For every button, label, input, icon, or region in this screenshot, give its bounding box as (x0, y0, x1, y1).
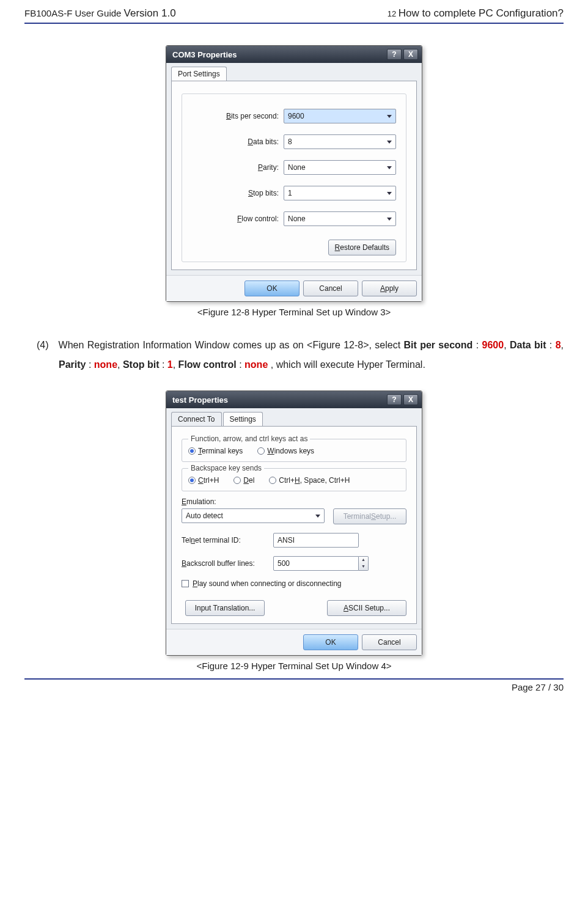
help-button[interactable]: ? (387, 394, 402, 405)
input-translation-button[interactable]: Input Translation...Input Translation... (185, 600, 265, 616)
chevron-down-icon (387, 218, 392, 221)
dialog1-titlebar[interactable]: COM3 Properties ? X (166, 46, 422, 63)
radio-icon (188, 447, 196, 455)
ascii-setup-button[interactable]: ASCII Setup...ASCII Setup... (327, 600, 406, 616)
chevron-down-icon: ▼ (359, 563, 368, 570)
close-button[interactable]: X (403, 49, 418, 60)
opt-del[interactable]: DelDel (233, 476, 254, 485)
radio-icon (233, 477, 241, 484)
telnet-label: Telnet terminal ID:Telnet terminal ID: (182, 536, 273, 544)
radio-icon (269, 477, 276, 484)
header-right: 12 How to complete PC Configuration? (388, 7, 564, 20)
para-sb-lbl: Stop bit (123, 359, 160, 370)
page-header: FB100AS-F User Guide Version 1.0 12 How … (24, 7, 564, 21)
ok-button[interactable]: OK (244, 280, 300, 296)
cancel-button[interactable]: Cancel (362, 634, 417, 650)
para-sb-val: 1 (167, 359, 173, 370)
stopbits-value: 1 (288, 189, 292, 197)
para-db-lbl: Data bit (510, 340, 546, 350)
page-footer: Page 27 / 30 (24, 680, 564, 692)
parity-combo[interactable]: None (284, 160, 396, 175)
chevron-down-icon (387, 115, 392, 118)
body-paragraph-4: (4) When Registration Information Window… (24, 336, 564, 375)
opt-windows-keys[interactable]: Windows keysWindows keys (257, 447, 314, 455)
emulation-value: Auto detect (186, 512, 223, 520)
flow-value: None (288, 215, 306, 223)
dialog2-pane: Function, arrow, and ctrl keys act as Te… (171, 426, 417, 624)
com3-properties-dialog: COM3 Properties ? X Port Settings BBits … (166, 45, 422, 302)
restore-defaults-button[interactable]: Restore DefaultsRestore Defaults (328, 240, 396, 255)
databits-combo[interactable]: 8 (284, 134, 396, 149)
flow-label: Flow control:Flow control: (192, 215, 284, 223)
telnet-input[interactable]: ANSI (273, 533, 359, 548)
flow-combo[interactable]: None (284, 211, 396, 226)
help-button[interactable]: ? (387, 49, 402, 60)
header-right-title: How to complete PC Configuration? (399, 7, 564, 19)
terminal-setup-button: Terminal Setup...Terminal Setup... (333, 508, 406, 524)
figure-12-8-caption: <Figure 12-8 Hyper Terminal Set up Windo… (24, 307, 564, 317)
chevron-down-icon (387, 166, 392, 169)
chevron-down-icon (315, 515, 320, 518)
ok-button[interactable]: OK (303, 634, 358, 650)
chevron-down-icon (387, 192, 392, 195)
dialog2-button-row: OK Cancel (166, 629, 422, 655)
function-keys-fieldset: Function, arrow, and ctrl keys act as Te… (182, 439, 406, 462)
dialog1-pane: BBits per second:its per second: 9600 Da… (171, 81, 417, 270)
bps-label: BBits per second:its per second: (192, 112, 284, 120)
function-keys-legend: Function, arrow, and ctrl keys act as (188, 435, 310, 443)
radio-icon (188, 477, 196, 484)
apply-button[interactable]: ApplyApply (362, 280, 417, 296)
databits-value: 8 (288, 138, 292, 146)
para-tail: , which will execute Hyper Terminal. (271, 359, 425, 370)
test-properties-dialog: test Properties ? X Connect To Settings … (166, 391, 422, 656)
para-t1: When Registration Information Window com… (59, 340, 404, 350)
parity-label: Parity:Parity: (192, 163, 284, 172)
para-bps-lbl: Bit per second (403, 340, 472, 350)
tab-port-settings[interactable]: Port Settings (171, 67, 227, 81)
backspace-legend: Backspace key sends (188, 464, 264, 472)
header-left-prefix: FB100AS-F User Guide (24, 8, 124, 18)
parity-value: None (288, 163, 306, 172)
emulation-combo[interactable]: Auto detect (182, 508, 325, 523)
cancel-button[interactable]: Cancel (303, 280, 358, 296)
backscroll-value: 500 (277, 559, 290, 568)
chevron-up-icon: ▲ (359, 557, 368, 563)
tab-settings[interactable]: Settings (223, 412, 263, 426)
para-fc-val: none (244, 359, 268, 370)
databits-label: Data bits:Data bits: (192, 138, 284, 146)
tab-connect-to[interactable]: Connect To (171, 412, 222, 426)
backscroll-label: Backscroll buffer lines:Backscroll buffe… (182, 559, 273, 568)
opt-terminal-keys[interactable]: Terminal keysTerminal keys (188, 447, 243, 455)
backscroll-input[interactable]: 500 (273, 556, 359, 571)
checkbox-icon (182, 580, 189, 587)
dialog2-titlebar[interactable]: test Properties ? X (166, 391, 422, 408)
dialog2-tabs: Connect To Settings (166, 408, 422, 426)
dialog1-tabs: Port Settings (166, 63, 422, 81)
chevron-down-icon (387, 141, 392, 144)
para-bps-val: 9600 (482, 340, 504, 350)
para-num: (4) (37, 340, 49, 350)
radio-icon (257, 447, 265, 455)
header-left: FB100AS-F User Guide Version 1.0 (24, 7, 176, 20)
header-left-version: Version 1.0 (124, 7, 176, 19)
header-right-num: 12 (388, 9, 399, 18)
para-par-lbl: Parity (59, 359, 86, 370)
header-rule (24, 23, 564, 24)
close-button[interactable]: X (403, 394, 418, 405)
dialog1-title: COM3 Properties (172, 50, 385, 59)
emulation-label: Emulation:Emulation: (182, 497, 216, 506)
figure-12-9-caption: <Figure 12-9 Hyper Terminal Set Up Windo… (24, 661, 564, 671)
backspace-fieldset: Backspace key sends Ctrl+HCtrl+H DelDel … (182, 468, 406, 491)
dialog2-title: test Properties (172, 395, 385, 405)
stopbits-label: Stop bits:Stop bits: (192, 189, 284, 197)
para-fc-lbl: Flow control (178, 359, 237, 370)
stopbits-combo[interactable]: 1 (284, 186, 396, 200)
para-db-val: 8 (556, 340, 561, 350)
dialog1-button-row: OK Cancel ApplyApply (166, 275, 422, 301)
opt-ctrlh[interactable]: Ctrl+HCtrl+H (188, 476, 219, 485)
spinner[interactable]: ▲▼ (359, 556, 369, 571)
bps-combo[interactable]: 9600 (284, 109, 396, 123)
bps-value: 9600 (288, 112, 304, 120)
opt-ctrlh-space[interactable]: Ctrl+H, Space, Ctrl+HCtrl+H, Space, Ctrl… (269, 476, 350, 485)
play-sound-checkbox[interactable]: Play sound when connecting or disconnect… (182, 579, 406, 588)
